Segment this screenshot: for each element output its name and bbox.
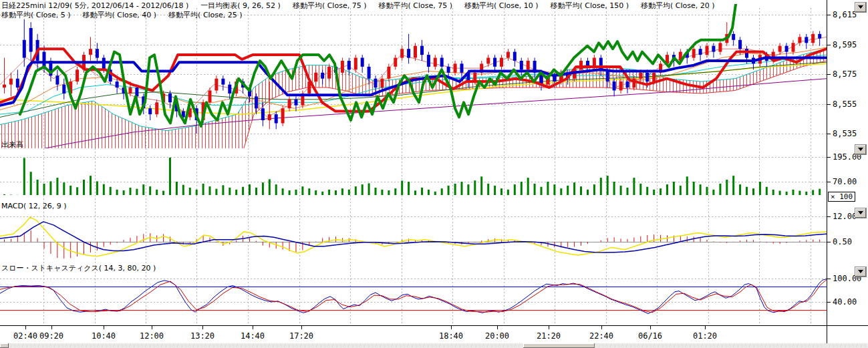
stoch-d-line <box>0 280 827 313</box>
legend-ma150: 移動平均( Close, 150 ) <box>551 1 629 11</box>
legend-ichimoku: 一目均衡表( 9, 26, 52 ) <box>200 1 281 11</box>
legend-ma40: 移動平均( Close, 40 ) <box>83 10 157 20</box>
time-axis-label: 17:20 <box>289 331 313 341</box>
chevron-down-icon <box>858 148 863 154</box>
legend-ma75b: 移動平均( Close, 75 ) <box>378 1 452 11</box>
indicator-legend-row-1: 日経225mini 12/09( 5分, 2012/06/14 - 2012/0… <box>1 1 715 11</box>
y-axis-label: 8,555 <box>833 100 857 109</box>
scrollbar-left-button[interactable] <box>0 343 9 348</box>
time-axis-label: 14:40 <box>241 331 265 341</box>
legend-ma20: 移動平均( Close, 20 ) <box>641 1 715 11</box>
y-axis-label: 8,615 <box>833 10 857 19</box>
time-axis-label: 12:00 <box>140 331 164 341</box>
macd-signal-line <box>0 222 827 252</box>
time-axis-label: 21:20 <box>537 331 561 341</box>
time-axis-label: 18:40 <box>439 331 463 341</box>
legend-ma10: 移動平均( Close, 10 ) <box>464 1 539 11</box>
chart-application-window: 日経225mini 12/09( 5分, 2012/06/14 - 2012/0… <box>0 0 868 348</box>
time-axis-label: 06/16 <box>638 331 662 341</box>
volume-panel-label: 出来高 <box>1 140 23 150</box>
time-axis-label: 09:20 <box>39 331 63 341</box>
y-axis-label: 8,575 <box>833 69 857 79</box>
time-axis-label: 22:40 <box>589 331 613 341</box>
volume-multiplier-box: × 100 <box>828 192 855 202</box>
y-axis-label: 12.00 <box>833 212 857 221</box>
time-axis-label: 10:40 <box>92 331 116 341</box>
y-axis-label: 40.00 <box>833 297 857 307</box>
y-axis-label: 0.50 <box>833 237 852 246</box>
y-axis-label: 8,535 <box>833 129 857 138</box>
indicator-legend-row-2: 移動平均( Close, 5 ) 移動平均( Close, 40 ) 移動平均(… <box>1 10 243 20</box>
y-axis-label: 70.00 <box>833 177 857 186</box>
volume-gridlines <box>0 158 827 182</box>
volume-bars <box>0 158 827 196</box>
stochastics-panel-label: スロー・ストキャスティクス( 14, 3, 80, 20 ) <box>1 263 156 273</box>
chevron-down-icon <box>858 211 863 217</box>
macd-histogram <box>5 230 820 258</box>
time-axis-label: 01:20 <box>693 331 717 341</box>
stoch-scale-dropdown-button[interactable] <box>855 267 867 277</box>
legend-ma75: 移動平均( Close, 75 ) <box>293 1 367 11</box>
volume-scale-dropdown-button[interactable] <box>855 144 867 155</box>
time-axis-label: 02:40 <box>13 331 37 341</box>
chart-title: 日経225mini 12/09( 5分, 2012/06/14 - 2012/0… <box>1 1 188 11</box>
scrollbar-thumb[interactable] <box>523 343 595 348</box>
y-axis-label: 8,595 <box>833 40 857 49</box>
chart-canvas <box>0 0 868 348</box>
time-axis-label: 13:20 <box>190 331 214 341</box>
legend-ma5: 移動平均( Close, 5 ) <box>1 10 71 20</box>
horizontal-scrollbar[interactable] <box>0 343 868 348</box>
macd-panel-label: MACD( 12, 26, 9 ) <box>1 202 67 210</box>
chikou-line <box>20 4 736 126</box>
legend-ma25: 移動平均( Close, 25 ) <box>168 10 243 20</box>
time-axis-label: 20:00 <box>485 331 509 341</box>
price-scale-dropdown-button[interactable] <box>855 2 867 13</box>
macd-scale-dropdown-button[interactable] <box>855 208 867 218</box>
candlestick-series <box>3 19 821 134</box>
chevron-down-icon <box>858 270 863 276</box>
chevron-down-icon <box>858 5 863 11</box>
